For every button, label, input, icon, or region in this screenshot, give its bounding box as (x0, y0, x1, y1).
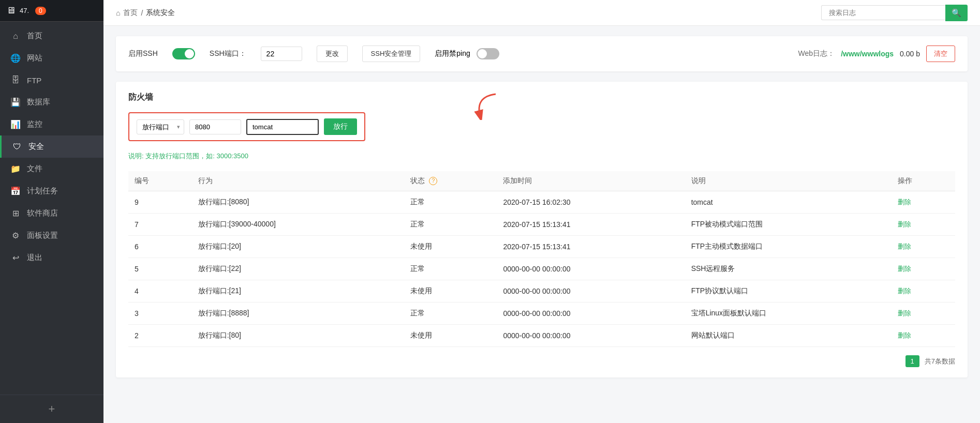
cell-remark: 网站默认端口 (685, 325, 892, 347)
port-number-input[interactable] (189, 119, 241, 134)
col-id: 编号 (128, 171, 192, 191)
ssh-enable-label: 启用SSH (128, 49, 158, 58)
pagination-bar: 1 共7条数据 (128, 355, 955, 367)
breadcrumb-current: 系统安全 (146, 8, 175, 18)
content-area: 启用SSH SSH端口： 更改 SSH安全管理 启用禁ping Web日志： /… (103, 26, 980, 423)
port-type-wrapper: 放行端口 封禁端口 ▾ (137, 119, 184, 134)
sidebar-nav: ⌂ 首页 🌐 网站 🗄 FTP 💾 数据库 📊 监控 🛡 安全 📁 文件 📅 (0, 22, 103, 395)
topbar: ⌂ 首页 / 系统安全 🔍 (103, 0, 980, 26)
sidebar-add-button[interactable]: + (0, 395, 103, 423)
table-row: 2 放行端口:[80] 未使用 0000-00-00 00:00:00 网站默认… (128, 325, 955, 347)
sidebar-item-website[interactable]: 🌐 网站 (0, 47, 103, 69)
ping-toggle[interactable] (477, 48, 499, 59)
port-type-select[interactable]: 放行端口 封禁端口 (137, 119, 184, 134)
cell-remark: FTP协议默认端口 (685, 280, 892, 303)
cell-action: 放行端口:[80] (192, 325, 405, 347)
cell-id: 4 (128, 280, 192, 303)
logout-icon: ↩ (10, 253, 21, 263)
delete-button[interactable]: 删除 (898, 198, 911, 206)
delete-button[interactable]: 删除 (898, 243, 911, 250)
table-row: 6 放行端口:[20] 未使用 2020-07-15 15:13:41 FTP主… (128, 236, 955, 258)
col-time: 添加时间 (497, 171, 685, 191)
settings-icon: ⚙ (10, 231, 21, 240)
sidebar-item-security[interactable]: 🛡 安全 (0, 135, 103, 158)
cell-op: 删除 (892, 280, 955, 303)
sidebar-item-home[interactable]: ⌂ 首页 (0, 25, 103, 47)
firewall-form: 放行端口 封禁端口 ▾ 放行 (128, 112, 365, 141)
sidebar-item-appstore[interactable]: ⊞ 软件商店 (0, 202, 103, 224)
status-help-icon[interactable]: ? (429, 177, 437, 185)
firewall-table: 编号 行为 状态 ? 添加时间 说明 操作 9 放行端口:[8080] (128, 171, 955, 347)
search-button[interactable]: 🔍 (945, 5, 968, 21)
breadcrumb-home[interactable]: 首页 (123, 8, 138, 18)
website-icon: 🌐 (10, 53, 21, 63)
sidebar-label-home: 首页 (27, 31, 42, 41)
col-action: 行为 (192, 171, 405, 191)
delete-button[interactable]: 删除 (898, 331, 911, 339)
sidebar-item-monitor[interactable]: 📊 监控 (0, 113, 103, 135)
cell-op: 删除 (892, 303, 955, 325)
ssh-change-button[interactable]: 更改 (317, 46, 348, 62)
sidebar-label-files: 文件 (27, 164, 42, 174)
monitor-icon: 🖥 (6, 5, 16, 16)
sidebar-item-database[interactable]: 💾 数据库 (0, 91, 103, 113)
delete-button[interactable]: 删除 (898, 220, 911, 228)
ssh-panel: 启用SSH SSH端口： 更改 SSH安全管理 启用禁ping Web日志： /… (116, 36, 968, 71)
table-row: 9 放行端口:[8080] 正常 2020-07-15 16:02:30 tom… (128, 191, 955, 214)
topbar-search: 🔍 (821, 5, 968, 21)
cell-status: 未使用 (404, 236, 497, 258)
database-icon: 💾 (10, 97, 21, 107)
sidebar-label-database: 数据库 (27, 97, 50, 107)
cell-id: 7 (128, 214, 192, 236)
files-icon: 📁 (10, 164, 21, 174)
remark-input[interactable] (246, 119, 319, 135)
sidebar-label-security: 安全 (28, 142, 44, 152)
firewall-title: 防火墙 (128, 92, 955, 103)
sidebar: 🖥 47. 0 ⌂ 首页 🌐 网站 🗄 FTP 💾 数据库 📊 监控 🛡 安全 (0, 0, 103, 423)
sidebar-item-logout[interactable]: ↩ 退出 (0, 247, 103, 269)
weblog-section: Web日志： /www/wwwlogs 0.00 b 清空 (798, 46, 955, 62)
search-input[interactable] (821, 5, 945, 20)
table-row: 4 放行端口:[21] 未使用 0000-00-00 00:00:00 FTP协… (128, 280, 955, 303)
execute-button[interactable]: 放行 (324, 118, 357, 135)
cell-status: 未使用 (404, 325, 497, 347)
weblog-path: /www/wwwlogs (841, 50, 894, 58)
cell-op: 删除 (892, 191, 955, 214)
delete-button[interactable]: 删除 (898, 309, 911, 317)
sidebar-label-monitor: 监控 (27, 119, 42, 129)
cell-action: 放行端口:[21] (192, 280, 405, 303)
cell-id: 9 (128, 191, 192, 214)
weblog-clear-button[interactable]: 清空 (926, 46, 955, 62)
ssh-port-input[interactable] (261, 47, 302, 61)
cell-op: 删除 (892, 214, 955, 236)
cell-id: 6 (128, 236, 192, 258)
sidebar-label-website: 网站 (27, 53, 42, 63)
cell-remark: tomcat (685, 191, 892, 214)
sidebar-item-files[interactable]: 📁 文件 (0, 158, 103, 180)
sidebar-item-settings[interactable]: ⚙ 面板设置 (0, 224, 103, 247)
sidebar-header-text: 47. (20, 7, 29, 14)
table-body: 9 放行端口:[8080] 正常 2020-07-15 16:02:30 tom… (128, 191, 955, 347)
delete-button[interactable]: 删除 (898, 287, 911, 295)
current-page[interactable]: 1 (905, 355, 919, 367)
sidebar-item-ftp[interactable]: 🗄 FTP (0, 69, 103, 91)
red-arrow-annotation (470, 92, 501, 120)
monitor-nav-icon: 📊 (10, 119, 21, 129)
table-row: 7 放行端口:[39000-40000] 正常 2020-07-15 15:13… (128, 214, 955, 236)
cell-action: 放行端口:[8888] (192, 303, 405, 325)
table-header: 编号 行为 状态 ? 添加时间 说明 操作 (128, 171, 955, 191)
sidebar-item-tasks[interactable]: 📅 计划任务 (0, 180, 103, 202)
table-row: 5 放行端口:[22] 正常 0000-00-00 00:00:00 SSH远程… (128, 258, 955, 280)
cell-id: 5 (128, 258, 192, 280)
home-icon: ⌂ (10, 32, 21, 41)
cell-action: 放行端口:[20] (192, 236, 405, 258)
delete-button[interactable]: 删除 (898, 265, 911, 273)
ssh-manage-button[interactable]: SSH安全管理 (362, 46, 421, 62)
sidebar-label-logout: 退出 (27, 253, 42, 263)
ssh-toggle[interactable] (172, 48, 195, 59)
main-content: ⌂ 首页 / 系统安全 🔍 启用SSH SSH端口： 更改 SSH安全管理 启用… (103, 0, 980, 423)
ping-section: 启用禁ping (435, 48, 499, 59)
cell-id: 3 (128, 303, 192, 325)
cell-status: 正常 (404, 303, 497, 325)
cell-time: 0000-00-00 00:00:00 (497, 303, 685, 325)
